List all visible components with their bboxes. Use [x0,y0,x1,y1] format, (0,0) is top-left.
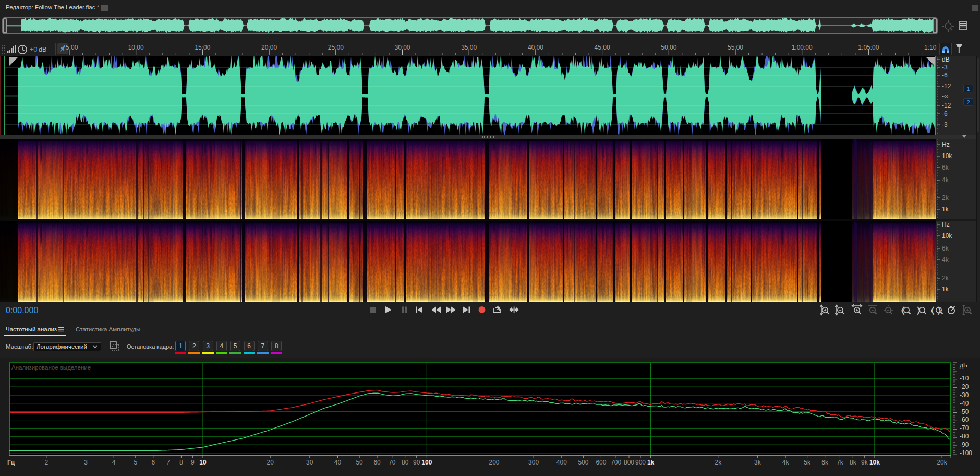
svg-text:2k: 2k [715,459,722,466]
svg-text:300: 300 [528,459,539,466]
svg-text:9k: 9k [861,459,868,466]
svg-text:200: 200 [489,459,499,466]
svg-text:9: 9 [191,459,195,466]
svg-text:6: 6 [151,459,155,466]
svg-text:7k: 7k [837,459,844,466]
svg-text:4k: 4k [782,459,790,466]
svg-text:3k: 3k [754,459,761,466]
svg-text:5: 5 [134,459,137,466]
svg-text:3: 3 [84,459,88,466]
svg-text:400: 400 [556,459,567,466]
svg-text:5k: 5k [804,459,811,466]
svg-text:20k: 20k [937,459,947,466]
svg-text:10: 10 [199,459,207,466]
svg-text:50: 50 [356,459,363,466]
svg-text:7: 7 [166,459,170,466]
svg-text:20: 20 [267,459,274,466]
svg-text:1k: 1k [647,459,655,466]
svg-text:80: 80 [402,459,409,466]
svg-text:8: 8 [179,459,183,466]
svg-text:40: 40 [334,459,342,466]
svg-text:800: 800 [624,459,634,466]
svg-text:70: 70 [389,459,396,466]
svg-text:90: 90 [413,459,420,466]
svg-text:Гц: Гц [7,459,15,466]
svg-text:60: 60 [373,459,381,466]
svg-text:900: 900 [635,459,646,466]
svg-text:2: 2 [45,459,49,466]
svg-text:30: 30 [306,459,313,466]
svg-text:6k: 6k [821,459,829,466]
svg-text:4: 4 [112,459,116,466]
svg-text:500: 500 [578,459,588,466]
svg-text:8k: 8k [850,459,857,466]
svg-text:100: 100 [421,459,432,466]
svg-text:600: 600 [596,459,606,466]
svg-text:700: 700 [611,459,621,466]
svg-text:10k: 10k [869,459,880,466]
